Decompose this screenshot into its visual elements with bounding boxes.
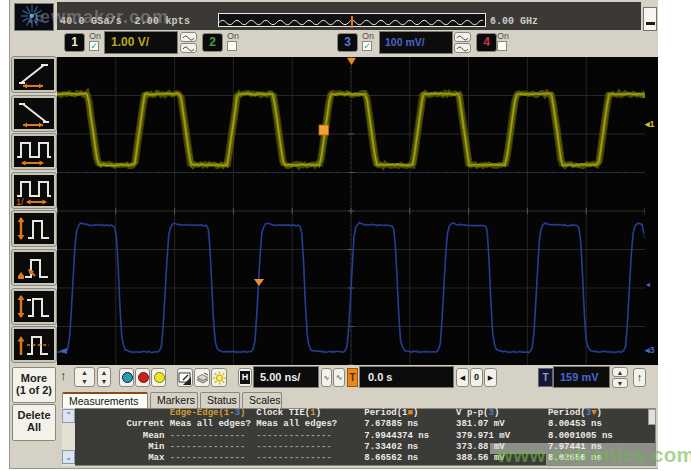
svg-text:1/: 1/ [16, 197, 24, 205]
